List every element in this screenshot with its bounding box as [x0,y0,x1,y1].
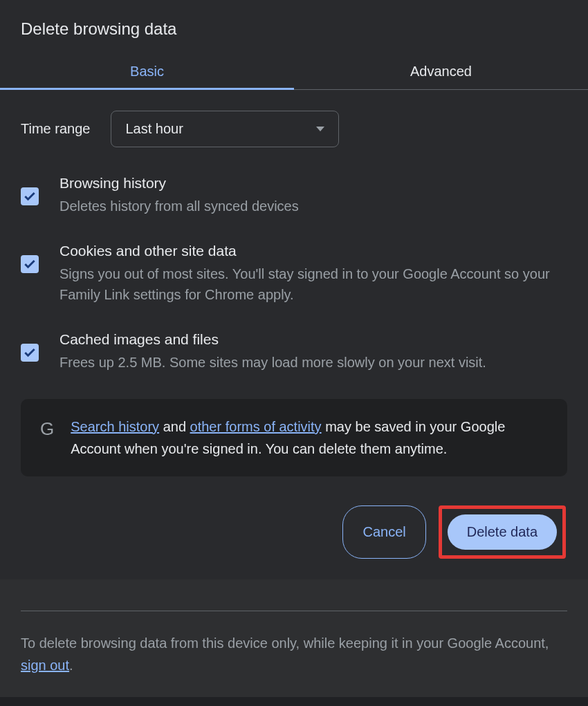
dialog-title: Delete browsing data [0,19,588,54]
option-cookies: Cookies and other site data Signs you ou… [21,243,567,305]
google-logo-icon: G [40,418,54,440]
checkbox-cookies[interactable] [21,255,39,273]
option-browsing-history: Browsing history Deletes history from al… [21,175,567,216]
option-title: Browsing history [59,175,567,192]
google-account-info-box: G Search history and other forms of acti… [21,399,567,476]
check-icon [23,346,37,360]
check-icon [23,189,37,203]
time-range-select[interactable]: Last hour [111,111,339,147]
checkbox-cache[interactable] [21,344,39,362]
delete-browsing-data-dialog: Delete browsing data Basic Advanced Time… [0,0,588,579]
time-range-row: Time range Last hour [21,111,567,147]
option-text: Cookies and other site data Signs you ou… [59,243,567,305]
option-title: Cookies and other site data [59,243,567,259]
option-title: Cached images and files [59,331,567,348]
delete-data-button[interactable]: Delete data [448,514,557,550]
footer-text-part: . [69,658,73,673]
chevron-down-icon [316,127,324,131]
option-desc: Signs you out of most sites. You'll stay… [59,263,567,305]
option-text: Browsing history Deletes history from al… [59,175,567,216]
option-text: Cached images and files Frees up 2.5 MB.… [59,331,567,373]
check-icon [23,257,37,271]
footer: To delete browsing data from this device… [0,579,588,697]
checkbox-browsing-history[interactable] [21,187,39,205]
dialog-content: Time range Last hour Browsing history De… [0,90,588,579]
footer-text-part: To delete browsing data from this device… [21,635,549,651]
tab-basic[interactable]: Basic [0,54,294,89]
time-range-label: Time range [21,121,90,137]
tabs: Basic Advanced [0,54,588,90]
footer-text: To delete browsing data from this device… [21,632,567,676]
info-text-part: and [159,419,190,434]
option-desc: Deletes history from all synced devices [59,196,567,216]
divider [21,611,567,611]
button-row: Cancel Delete data [21,505,567,559]
tab-advanced[interactable]: Advanced [294,54,588,89]
highlight-annotation: Delete data [439,505,566,559]
other-forms-link[interactable]: other forms of activity [190,419,322,434]
cancel-button[interactable]: Cancel [342,505,425,559]
time-range-value: Last hour [125,121,183,137]
option-desc: Frees up 2.5 MB. Some sites may load mor… [59,352,567,373]
sign-out-link[interactable]: sign out [21,658,69,673]
option-cache: Cached images and files Frees up 2.5 MB.… [21,331,567,373]
info-text: Search history and other forms of activi… [71,416,548,460]
search-history-link[interactable]: Search history [71,419,159,434]
